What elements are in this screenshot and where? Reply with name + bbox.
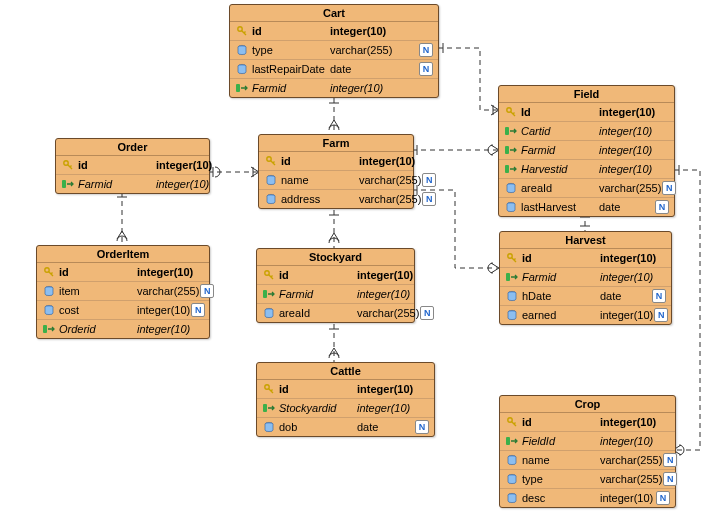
column-name: Stockyardid [277,402,353,414]
column-name: id [520,416,596,428]
nullable-badge: N [662,181,676,195]
entity-rows: idinteger(10)itemvarchar(255)Ncostintege… [37,263,209,338]
key-icon [41,266,57,278]
column-name: id [277,383,353,395]
column-type: integer(10) [152,178,209,190]
svg-rect-23 [506,273,510,281]
nullable-cell: N [418,62,434,76]
entity-row: idinteger(10) [259,152,413,171]
column-name: id [277,269,353,281]
foreign-key-icon [504,435,520,447]
entity-row: Farmidinteger(10) [500,268,671,287]
column-name: address [279,193,355,205]
svg-rect-6 [505,146,509,154]
column-name: id [279,155,355,167]
nullable-badge: N [422,173,436,187]
entity-row: Farmidinteger(10) [230,79,438,97]
entity-row: Farmidinteger(10) [257,285,414,304]
nullable-cell: N [653,308,669,322]
column-name: hDate [520,290,596,302]
column-type: integer(10) [596,309,653,321]
entity-rows: idinteger(10)Stockyardidinteger(10)dobda… [257,380,434,436]
column-name: cost [57,304,133,316]
foreign-key-icon [261,288,277,300]
key-icon [263,155,279,167]
column-name: id [250,25,326,37]
column-type: integer(10) [353,383,414,395]
key-icon [60,159,76,171]
column-type: varchar(255) [353,307,419,319]
svg-rect-11 [62,180,66,188]
column-icon [504,492,520,504]
svg-rect-18 [43,325,47,333]
entity-harvest: Harvest idinteger(10)Farmidinteger(10)hD… [499,231,672,325]
column-type: integer(10) [152,159,212,171]
entity-row: Stockyardidinteger(10) [257,399,434,418]
key-icon [503,106,519,118]
nullable-badge: N [663,472,677,486]
nullable-cell: N [421,192,437,206]
nullable-badge: N [419,62,433,76]
foreign-key-icon [234,82,250,94]
nullable-badge: N [415,420,429,434]
entity-row: earnedinteger(10)N [500,306,671,324]
column-icon [263,174,279,186]
entity-row: namevarchar(255)N [500,451,675,470]
entity-title: Harvest [500,232,671,249]
nullable-cell: N [421,173,437,187]
nullable-badge: N [663,453,677,467]
nullable-cell: N [414,420,430,434]
column-type: integer(10) [596,435,655,447]
nullable-cell: N [190,303,206,317]
entity-row: idinteger(10) [56,156,209,175]
svg-rect-20 [263,290,267,298]
entity-cart: Cart idinteger(10)typevarchar(255)NlastR… [229,4,439,98]
column-icon [503,201,519,213]
key-icon [504,416,520,428]
column-name: Farmid [520,271,596,283]
entity-title: Order [56,139,209,156]
entity-orderitem: OrderItem idinteger(10)itemvarchar(255)N… [36,245,210,339]
column-type: integer(10) [595,163,654,175]
column-name: lastRepairDate [250,63,326,75]
column-type: integer(10) [595,106,655,118]
column-icon [234,44,250,56]
foreign-key-icon [504,271,520,283]
entity-row: namevarchar(255)N [259,171,413,190]
column-name: desc [520,492,596,504]
column-name: areaId [277,307,353,319]
column-name: item [57,285,133,297]
column-icon [41,285,57,297]
nullable-cell: N [662,472,678,486]
column-icon [503,182,519,194]
entity-row: Cartidinteger(10) [499,122,674,141]
entity-rows: Idinteger(10)Cartidinteger(10)Farmidinte… [499,103,674,216]
entity-farm: Farm idinteger(10)namevarchar(255)Naddre… [258,134,414,209]
entity-row: addressvarchar(255)N [259,190,413,208]
column-name: Id [519,106,595,118]
column-icon [504,309,520,321]
foreign-key-icon [503,125,519,137]
column-type: date [595,201,654,213]
entity-row: typevarchar(255)N [500,470,675,489]
column-icon [504,454,520,466]
nullable-cell: N [199,284,215,298]
column-type: integer(10) [326,82,418,94]
column-type: integer(10) [595,125,654,137]
column-name: type [250,44,326,56]
foreign-key-icon [60,178,76,190]
svg-rect-30 [506,437,510,445]
entity-row: lastHarvestdateN [499,198,674,216]
column-name: Orderid [57,323,133,335]
column-type: integer(10) [353,402,414,414]
nullable-badge: N [654,308,668,322]
column-type: integer(10) [353,269,413,281]
entity-title: Farm [259,135,413,152]
entity-row: dobdateN [257,418,434,436]
column-type: integer(10) [596,416,656,428]
entity-cattle: Cattle idinteger(10)Stockyardidinteger(1… [256,362,435,437]
column-type: integer(10) [595,144,654,156]
svg-rect-5 [505,127,509,135]
column-type: varchar(255) [596,454,662,466]
column-name: dob [277,421,353,433]
